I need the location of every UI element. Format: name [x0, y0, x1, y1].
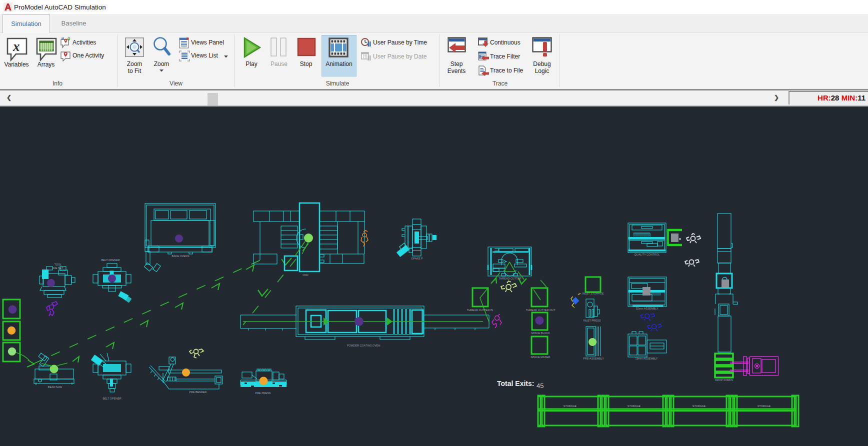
svg-text:SPACE BLOCK: SPACE BLOCK — [531, 332, 550, 334]
svg-text:PRE BENDER: PRE BENDER — [189, 390, 206, 394]
svg-text:32mm ASSEMBLY: 32mm ASSEMBLY — [636, 307, 658, 310]
svg-text:STORAGE: STORAGE — [628, 404, 641, 408]
svg-text:BELT OPENER: BELT OPENER — [101, 258, 120, 262]
svg-text:19mm ASSEMBLY: 19mm ASSEMBLY — [636, 357, 658, 360]
svg-text:BEAD SAW: BEAD SAW — [48, 386, 62, 388]
svg-text:PRE-ASSEMBLY: PRE-ASSEMBLY — [583, 357, 604, 360]
svg-text:DROP FORKS: DROP FORKS — [715, 378, 733, 382]
svg-text:DIE SET: DIE SET — [53, 266, 64, 270]
svg-text:INLET STORAGE: INLET STORAGE — [582, 292, 604, 295]
svg-text:STORAGE: STORAGE — [692, 404, 706, 408]
svg-text:Total Exits:: Total Exits: — [497, 380, 534, 388]
svg-text:PRE PRESS: PRE PRESS — [256, 392, 271, 394]
svg-text:INLET PRESS: INLET PRESS — [584, 319, 601, 322]
svg-text:QUALITY CONTROL: QUALITY CONTROL — [634, 253, 660, 256]
svg-text:x: x — [12, 39, 20, 54]
svg-text:BAKE OVENS: BAKE OVENS — [172, 254, 190, 258]
svg-text:THREAD CUTTER IN: THREAD CUTTER IN — [467, 308, 494, 312]
svg-text:CNC: CNC — [302, 274, 308, 276]
svg-text:OPAKE P: OPAKE P — [411, 257, 423, 260]
svg-text:THREAD CUTTER: THREAD CUTTER — [498, 277, 522, 280]
svg-text:STORAGE: STORAGE — [564, 404, 577, 408]
svg-text:STORAGE: STORAGE — [758, 404, 771, 408]
svg-text:POWDER COATING OVEN: POWDER COATING OVEN — [347, 344, 380, 347]
svg-text:THREAD CUTTER OUT: THREAD CUTTER OUT — [526, 308, 556, 312]
svg-text:45: 45 — [536, 382, 544, 390]
svg-text:TOOL: TOOL — [54, 263, 62, 266]
svg-text:BELT OPENER: BELT OPENER — [102, 397, 121, 400]
svg-text:SPACE MAKER: SPACE MAKER — [531, 356, 550, 358]
